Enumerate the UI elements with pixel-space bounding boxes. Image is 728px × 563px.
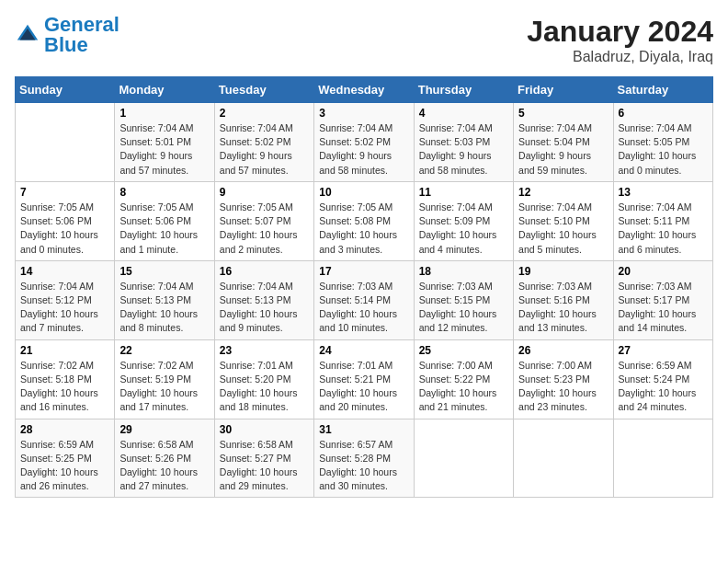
day-info: Sunrise: 7:04 AM Sunset: 5:04 PM Dayligh… (518, 121, 608, 178)
logo-icon (15, 22, 40, 48)
calendar-subtitle: Baladruz, Diyala, Iraq (527, 49, 713, 65)
day-info: Sunrise: 7:04 AM Sunset: 5:02 PM Dayligh… (319, 121, 408, 178)
day-cell: 3Sunrise: 7:04 AM Sunset: 5:02 PM Daylig… (314, 103, 414, 182)
day-info: Sunrise: 7:02 AM Sunset: 5:19 PM Dayligh… (119, 359, 209, 415)
day-number: 22 (119, 344, 209, 357)
page-header: GeneralBlue January 2024 Baladruz, Diyal… (15, 15, 713, 65)
day-number: 31 (319, 423, 408, 436)
day-number: 18 (419, 265, 508, 278)
day-cell: 7Sunrise: 7:05 AM Sunset: 5:06 PM Daylig… (16, 181, 115, 260)
day-number: 3 (319, 107, 408, 120)
day-number: 10 (319, 186, 408, 199)
day-cell: 12Sunrise: 7:04 AM Sunset: 5:10 PM Dayli… (514, 181, 613, 260)
day-cell (16, 103, 115, 182)
day-cell: 27Sunrise: 6:59 AM Sunset: 5:24 PM Dayli… (613, 339, 712, 419)
week-row-2: 7Sunrise: 7:05 AM Sunset: 5:06 PM Daylig… (16, 181, 713, 260)
day-cell: 16Sunrise: 7:04 AM Sunset: 5:13 PM Dayli… (214, 260, 313, 339)
week-row-4: 21Sunrise: 7:02 AM Sunset: 5:18 PM Dayli… (16, 339, 713, 419)
day-cell: 31Sunrise: 6:57 AM Sunset: 5:28 PM Dayli… (314, 419, 414, 498)
day-number: 19 (518, 265, 608, 278)
day-cell (414, 419, 513, 498)
day-info: Sunrise: 7:01 AM Sunset: 5:20 PM Dayligh… (220, 359, 309, 415)
day-number: 11 (419, 186, 508, 199)
day-number: 15 (119, 265, 209, 278)
day-number: 27 (619, 344, 708, 357)
day-cell: 25Sunrise: 7:00 AM Sunset: 5:22 PM Dayli… (414, 339, 513, 419)
day-cell: 28Sunrise: 6:59 AM Sunset: 5:25 PM Dayli… (16, 419, 115, 498)
day-cell: 29Sunrise: 6:58 AM Sunset: 5:26 PM Dayli… (115, 419, 214, 498)
day-number: 16 (220, 265, 309, 278)
day-info: Sunrise: 6:57 AM Sunset: 5:28 PM Dayligh… (319, 438, 408, 494)
day-cell: 22Sunrise: 7:02 AM Sunset: 5:19 PM Dayli… (115, 339, 214, 419)
day-info: Sunrise: 7:04 AM Sunset: 5:11 PM Dayligh… (619, 201, 708, 257)
day-number: 12 (518, 186, 608, 199)
day-info: Sunrise: 7:05 AM Sunset: 5:08 PM Dayligh… (319, 201, 408, 257)
day-number: 2 (220, 107, 309, 120)
day-info: Sunrise: 7:04 AM Sunset: 5:02 PM Dayligh… (220, 121, 309, 178)
logo: GeneralBlue (15, 15, 119, 55)
day-info: Sunrise: 7:04 AM Sunset: 5:13 PM Dayligh… (220, 280, 309, 336)
day-cell: 14Sunrise: 7:04 AM Sunset: 5:12 PM Dayli… (16, 260, 115, 339)
day-cell: 10Sunrise: 7:05 AM Sunset: 5:08 PM Dayli… (314, 181, 414, 260)
day-number: 26 (518, 344, 608, 357)
day-info: Sunrise: 7:00 AM Sunset: 5:22 PM Dayligh… (419, 359, 508, 415)
day-info: Sunrise: 7:04 AM Sunset: 5:09 PM Dayligh… (419, 201, 508, 257)
day-cell: 2Sunrise: 7:04 AM Sunset: 5:02 PM Daylig… (214, 103, 313, 182)
day-info: Sunrise: 7:04 AM Sunset: 5:12 PM Dayligh… (20, 280, 109, 336)
day-number: 30 (220, 423, 309, 436)
day-cell: 20Sunrise: 7:03 AM Sunset: 5:17 PM Dayli… (613, 260, 712, 339)
day-info: Sunrise: 7:04 AM Sunset: 5:01 PM Dayligh… (119, 121, 209, 178)
title-block: January 2024 Baladruz, Diyala, Iraq (527, 15, 713, 65)
day-cell: 6Sunrise: 7:04 AM Sunset: 5:05 PM Daylig… (613, 103, 712, 182)
day-info: Sunrise: 7:03 AM Sunset: 5:16 PM Dayligh… (518, 280, 608, 336)
day-info: Sunrise: 7:02 AM Sunset: 5:18 PM Dayligh… (20, 359, 109, 415)
day-number: 13 (619, 186, 708, 199)
day-number: 8 (119, 186, 209, 199)
day-info: Sunrise: 6:58 AM Sunset: 5:27 PM Dayligh… (220, 438, 309, 494)
day-info: Sunrise: 7:03 AM Sunset: 5:17 PM Dayligh… (619, 280, 708, 336)
day-info: Sunrise: 7:04 AM Sunset: 5:13 PM Dayligh… (119, 280, 209, 336)
day-number: 28 (20, 423, 109, 436)
day-number: 14 (20, 265, 109, 278)
day-cell: 1Sunrise: 7:04 AM Sunset: 5:01 PM Daylig… (115, 103, 214, 182)
day-info: Sunrise: 7:03 AM Sunset: 5:14 PM Dayligh… (319, 280, 408, 336)
week-row-1: 1Sunrise: 7:04 AM Sunset: 5:01 PM Daylig… (16, 103, 713, 182)
day-info: Sunrise: 7:05 AM Sunset: 5:06 PM Dayligh… (119, 201, 209, 257)
day-info: Sunrise: 7:04 AM Sunset: 5:05 PM Dayligh… (619, 121, 708, 178)
day-number: 20 (619, 265, 708, 278)
day-number: 17 (319, 265, 408, 278)
day-cell: 11Sunrise: 7:04 AM Sunset: 5:09 PM Dayli… (414, 181, 513, 260)
day-number: 6 (619, 107, 708, 120)
day-cell: 18Sunrise: 7:03 AM Sunset: 5:15 PM Dayli… (414, 260, 513, 339)
day-info: Sunrise: 7:00 AM Sunset: 5:23 PM Dayligh… (518, 359, 608, 415)
day-cell: 24Sunrise: 7:01 AM Sunset: 5:21 PM Dayli… (314, 339, 414, 419)
day-cell: 30Sunrise: 6:58 AM Sunset: 5:27 PM Dayli… (214, 419, 313, 498)
day-info: Sunrise: 7:01 AM Sunset: 5:21 PM Dayligh… (319, 359, 408, 415)
week-row-3: 14Sunrise: 7:04 AM Sunset: 5:12 PM Dayli… (16, 260, 713, 339)
week-row-5: 28Sunrise: 6:59 AM Sunset: 5:25 PM Dayli… (16, 419, 713, 498)
day-cell: 26Sunrise: 7:00 AM Sunset: 5:23 PM Dayli… (514, 339, 613, 419)
header-cell-saturday: Saturday (613, 77, 712, 103)
day-cell: 17Sunrise: 7:03 AM Sunset: 5:14 PM Dayli… (314, 260, 414, 339)
header-cell-monday: Monday (115, 77, 214, 103)
day-cell (514, 419, 613, 498)
day-cell: 15Sunrise: 7:04 AM Sunset: 5:13 PM Dayli… (115, 260, 214, 339)
day-number: 24 (319, 344, 408, 357)
day-cell: 9Sunrise: 7:05 AM Sunset: 5:07 PM Daylig… (214, 181, 313, 260)
header-cell-thursday: Thursday (414, 77, 513, 103)
day-cell: 23Sunrise: 7:01 AM Sunset: 5:20 PM Dayli… (214, 339, 313, 419)
day-number: 9 (220, 186, 309, 199)
day-cell: 8Sunrise: 7:05 AM Sunset: 5:06 PM Daylig… (115, 181, 214, 260)
day-cell: 13Sunrise: 7:04 AM Sunset: 5:11 PM Dayli… (613, 181, 712, 260)
day-info: Sunrise: 6:58 AM Sunset: 5:26 PM Dayligh… (119, 438, 209, 494)
day-info: Sunrise: 6:59 AM Sunset: 5:25 PM Dayligh… (20, 438, 109, 494)
day-number: 25 (419, 344, 508, 357)
day-cell: 21Sunrise: 7:02 AM Sunset: 5:18 PM Dayli… (16, 339, 115, 419)
day-info: Sunrise: 6:59 AM Sunset: 5:24 PM Dayligh… (619, 359, 708, 415)
day-cell: 19Sunrise: 7:03 AM Sunset: 5:16 PM Dayli… (514, 260, 613, 339)
header-row: SundayMondayTuesdayWednesdayThursdayFrid… (16, 77, 713, 103)
day-cell (613, 419, 712, 498)
calendar-table: SundayMondayTuesdayWednesdayThursdayFrid… (15, 76, 713, 498)
day-info: Sunrise: 7:03 AM Sunset: 5:15 PM Dayligh… (419, 280, 508, 336)
day-cell: 5Sunrise: 7:04 AM Sunset: 5:04 PM Daylig… (514, 103, 613, 182)
